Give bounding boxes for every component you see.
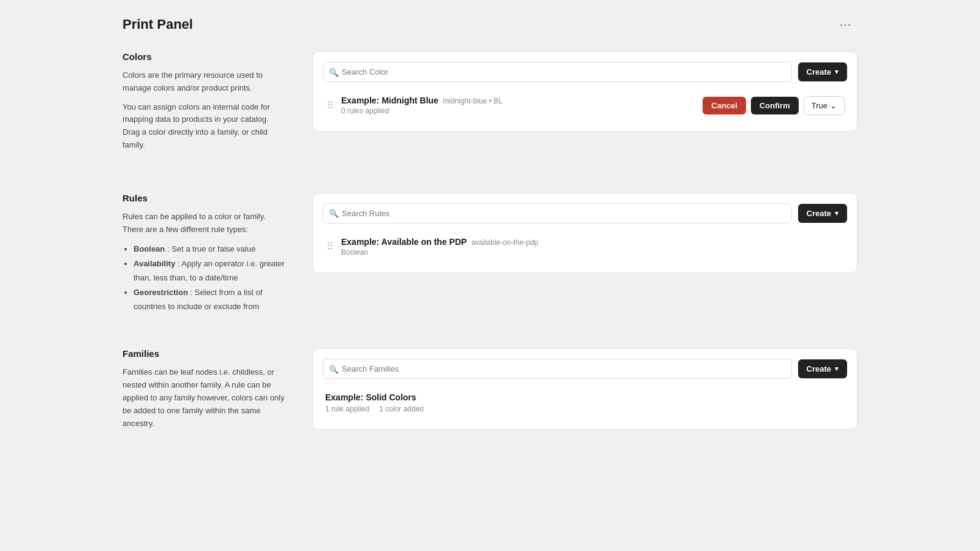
create-family-chevron-icon: ▾ <box>835 365 839 373</box>
color-item-actions: Cancel Confirm True ⌄ <box>703 96 845 115</box>
section-divider-1 <box>123 178 858 178</box>
more-options-button[interactable]: ⋯ <box>834 15 858 34</box>
rule-item-type: Boolean <box>341 248 845 257</box>
list-item-bold: Georestriction <box>134 288 188 297</box>
color-true-button[interactable]: True ⌄ <box>804 96 845 115</box>
list-item: Boolean : Set a true or false value <box>134 242 288 256</box>
rule-drag-handle[interactable]: ⠿ <box>325 241 335 252</box>
family-item-row: Example: Solid Colors 1 rule applied 1 c… <box>323 386 847 419</box>
color-item-info: Example: Midnight Blue midnight-blue • B… <box>341 96 696 115</box>
list-item-rest: : Set a true or false value <box>167 244 256 253</box>
create-color-chevron-icon: ▾ <box>835 68 839 76</box>
family-create-button[interactable]: Create ▾ <box>798 359 847 378</box>
true-chevron-icon: ⌄ <box>830 101 837 110</box>
rule-item-name: Example: Available on the PDP <box>341 237 467 247</box>
page-title: Print Panel <box>123 17 193 32</box>
rule-item-row: ⠿ Example: Available on the PDP availabl… <box>323 231 847 263</box>
create-rule-chevron-icon: ▾ <box>835 209 839 217</box>
color-confirm-button[interactable]: Confirm <box>751 97 799 114</box>
color-item-rules: 0 rules applied <box>341 107 696 115</box>
family-item-name: Example: Solid Colors <box>325 392 845 402</box>
list-item: Availability : Apply an operator i.e. gr… <box>134 257 288 285</box>
color-create-button[interactable]: Create ▾ <box>798 62 847 81</box>
color-drag-handle[interactable]: ⠿ <box>325 100 335 111</box>
color-item-row: ⠿ Example: Midnight Blue midnight-blue •… <box>323 89 847 121</box>
color-search-input[interactable] <box>323 62 792 82</box>
list-item-bold: Boolean <box>134 244 165 253</box>
family-rules-count: 1 rule applied <box>325 405 369 413</box>
rules-section-title: Rules <box>123 193 288 203</box>
color-search-icon: 🔍 <box>329 67 339 77</box>
colors-section: Colors Colors are the primary resource u… <box>123 51 858 158</box>
family-item-meta: 1 rule applied 1 color added <box>325 405 845 413</box>
list-item-bold: Availability <box>134 259 175 268</box>
color-item-name: Example: Midnight Blue <box>341 96 439 105</box>
rules-search-icon: 🔍 <box>329 209 339 218</box>
rule-item-info: Example: Available on the PDP available-… <box>341 237 845 257</box>
families-section-title: Families <box>123 348 288 359</box>
rules-card: 🔍 Create ▾ ⠿ Example: Available on the P… <box>312 193 858 273</box>
section-divider-2 <box>123 333 858 334</box>
rule-create-button[interactable]: Create ▾ <box>798 204 847 223</box>
colors-desc-2: You can assign colors an internal code f… <box>123 101 288 152</box>
rules-section: Rules Rules can be applied to a color or… <box>123 193 858 314</box>
families-section: Families Families can be leaf nodes i.e.… <box>123 348 858 436</box>
color-cancel-button[interactable]: Cancel <box>703 97 746 114</box>
families-search-icon: 🔍 <box>329 364 339 373</box>
colors-section-title: Colors <box>123 51 288 62</box>
family-colors-count: 1 color added <box>379 405 424 413</box>
families-desc: Families can be leaf nodes i.e. childles… <box>123 366 288 430</box>
families-search-input[interactable] <box>323 359 792 379</box>
rules-search-input[interactable] <box>323 203 792 223</box>
colors-desc-1: Colors are the primary resource used to … <box>123 69 288 95</box>
rules-list: Boolean : Set a true or false value Avai… <box>123 242 288 313</box>
colors-card: 🔍 Create ▾ ⠿ Example: Midnight Blue <box>312 51 858 132</box>
color-item-code: midnight-blue • BL <box>441 97 503 105</box>
rules-desc: Rules can be applied to a color or famil… <box>123 211 288 236</box>
list-item: Georestriction : Select from a list of c… <box>134 285 288 314</box>
families-card: 🔍 Create ▾ Example: Solid Colors 1 rule … <box>312 348 858 430</box>
rule-item-slug: available-on-the-pdp <box>469 238 538 247</box>
